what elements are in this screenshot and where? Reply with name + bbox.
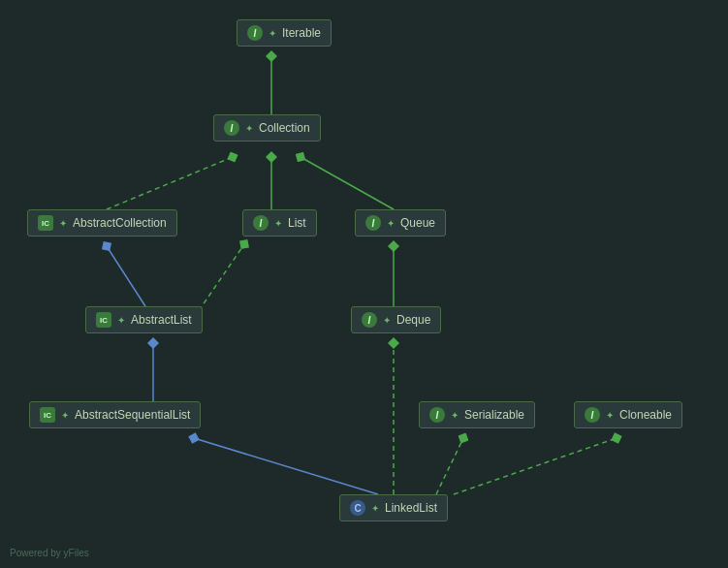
node-queue[interactable]: I ✦ Queue	[355, 209, 446, 237]
leaf-icon-collection: ✦	[244, 123, 254, 133]
node-serializable[interactable]: I ✦ Serializable	[419, 401, 535, 428]
svg-line-4	[107, 157, 233, 209]
label-deque: Deque	[396, 313, 430, 327]
diagram-container: I ✦ Iterable I ✦ Collection IC ✦ Abstrac…	[0, 0, 728, 568]
leaf-icon-linkedlist: ✦	[370, 503, 380, 513]
node-abstract-collection[interactable]: IC ✦ AbstractCollection	[27, 209, 177, 237]
leaf-icon-deque: ✦	[382, 315, 392, 325]
icon-linked-list: C	[350, 500, 365, 516]
node-deque[interactable]: I ✦ Deque	[351, 306, 441, 333]
leaf-icon-cloneable: ✦	[605, 410, 615, 420]
leaf-icon-serializable: ✦	[450, 410, 459, 420]
svg-line-13	[436, 438, 463, 494]
svg-line-7	[107, 246, 145, 306]
icon-abstract-collection: IC	[38, 215, 53, 231]
label-iterable: Iterable	[282, 26, 321, 40]
leaf-icon-abstractsequentiallist: ✦	[60, 410, 70, 420]
node-list[interactable]: I ✦ List	[242, 209, 317, 237]
leaf-icon-abstractcollection: ✦	[58, 218, 68, 228]
icon-collection: I	[224, 120, 239, 136]
icon-queue: I	[365, 215, 381, 231]
label-abstract-collection: AbstractCollection	[73, 216, 167, 230]
icon-list: I	[253, 215, 269, 231]
icon-deque: I	[362, 312, 377, 328]
node-cloneable[interactable]: I ✦ Cloneable	[574, 401, 682, 428]
leaf-icon-list: ✦	[273, 218, 283, 228]
icon-iterable: I	[247, 25, 263, 41]
node-iterable[interactable]: I ✦ Iterable	[237, 19, 332, 47]
icon-abstract-list: IC	[96, 312, 111, 328]
label-abstract-sequential-list: AbstractSequentialList	[75, 408, 190, 422]
node-linked-list[interactable]: C ✦ LinkedList	[339, 494, 448, 521]
svg-line-11	[194, 438, 378, 494]
label-collection: Collection	[259, 121, 310, 135]
label-abstract-list: AbstractList	[131, 313, 192, 327]
arrows-svg	[0, 0, 728, 568]
leaf-icon-iterable: ✦	[268, 28, 277, 38]
label-queue: Queue	[400, 216, 435, 230]
powered-by: Powered by yFiles	[10, 548, 89, 558]
leaf-icon-queue: ✦	[386, 218, 396, 228]
label-cloneable: Cloneable	[619, 408, 672, 422]
label-linked-list: LinkedList	[385, 501, 437, 515]
icon-abstract-sequential-list: IC	[40, 407, 55, 423]
label-list: List	[288, 216, 306, 230]
icon-serializable: I	[429, 407, 445, 423]
svg-line-6	[301, 157, 394, 209]
node-abstract-list[interactable]: IC ✦ AbstractList	[85, 306, 203, 333]
node-abstract-sequential-list[interactable]: IC ✦ AbstractSequentialList	[29, 401, 201, 428]
svg-line-14	[454, 438, 617, 494]
label-serializable: Serializable	[464, 408, 524, 422]
leaf-icon-abstractlist: ✦	[116, 315, 126, 325]
node-collection[interactable]: I ✦ Collection	[213, 114, 321, 142]
icon-cloneable: I	[585, 407, 600, 423]
